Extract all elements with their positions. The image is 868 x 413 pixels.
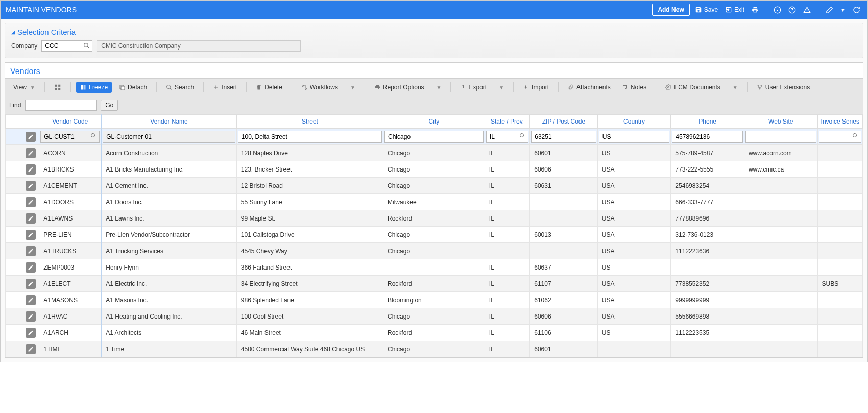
cell-phone bbox=[671, 341, 744, 357]
search-icon[interactable] bbox=[83, 42, 90, 49]
col-phone[interactable]: Phone bbox=[671, 115, 744, 129]
table-row[interactable]: A1DOORSA1 Doors Inc.55 Sunny LaneMilwauk… bbox=[6, 194, 863, 210]
insert-button[interactable]: Insert bbox=[209, 82, 241, 93]
sel-zip[interactable] bbox=[531, 131, 596, 143]
edit-row-icon[interactable] bbox=[26, 164, 36, 175]
table-row[interactable]: ACORNAcorn Construction128 Naples DriveC… bbox=[6, 145, 863, 161]
edit-row-icon[interactable] bbox=[26, 328, 36, 338]
table-row[interactable]: A1TRUCKSA1 Trucking Services4545 Chevy W… bbox=[6, 243, 863, 259]
sel-country[interactable] bbox=[599, 131, 670, 143]
report-options-button[interactable]: Report Options bbox=[370, 82, 428, 93]
search-icon[interactable] bbox=[90, 133, 97, 139]
cell-street: 4545 Chevy Way bbox=[236, 243, 383, 259]
freeze-button[interactable]: Freeze bbox=[76, 82, 112, 93]
selection-criteria-header[interactable]: ◢ Selection Criteria bbox=[11, 28, 857, 36]
sel-website[interactable] bbox=[745, 131, 816, 143]
sel-phone[interactable] bbox=[672, 131, 743, 143]
table-row[interactable]: PRE-LIENPre-Lien Vendor/Subcontractor101… bbox=[6, 227, 863, 243]
col-zip[interactable]: ZIP / Post Code bbox=[530, 115, 598, 129]
search-button[interactable]: Search bbox=[162, 82, 198, 93]
help-icon[interactable] bbox=[786, 6, 798, 14]
info-icon[interactable] bbox=[771, 6, 783, 14]
col-vendor-code[interactable]: Vendor Code bbox=[39, 115, 102, 129]
col-invoice-series[interactable]: Invoice Series bbox=[817, 115, 862, 129]
col-state[interactable]: State / Prov. bbox=[485, 115, 529, 129]
sel-street[interactable] bbox=[238, 131, 382, 143]
export-label: Export bbox=[469, 84, 487, 91]
exit-button[interactable]: Exit bbox=[723, 6, 746, 13]
detach-button[interactable]: Detach bbox=[115, 82, 151, 93]
workflows-button[interactable]: Workflows bbox=[297, 82, 342, 93]
cell-invoice-series bbox=[817, 259, 862, 276]
export-caret[interactable]: ▼ bbox=[494, 83, 508, 92]
table-row[interactable]: A1LAWNSA1 Lawns Inc.99 Maple St.Rockford… bbox=[6, 210, 863, 227]
cell-website bbox=[744, 259, 817, 276]
report-options-caret[interactable]: ▼ bbox=[431, 83, 446, 92]
warning-icon[interactable] bbox=[801, 6, 813, 14]
cell-vendor-code: A1MASONS bbox=[39, 292, 102, 308]
col-city[interactable]: City bbox=[383, 115, 485, 129]
svg-rect-16 bbox=[121, 86, 125, 90]
col-street[interactable]: Street bbox=[236, 115, 383, 129]
go-button[interactable]: Go bbox=[101, 100, 118, 111]
search-icon[interactable] bbox=[852, 133, 858, 139]
edit-row-icon[interactable] bbox=[26, 311, 36, 322]
cell-vendor-code: A1BRICKS bbox=[39, 161, 102, 178]
delete-button[interactable]: Delete bbox=[252, 82, 286, 93]
edit-row-icon[interactable] bbox=[26, 132, 36, 142]
col-country[interactable]: Country bbox=[597, 115, 671, 129]
edit-row-icon[interactable] bbox=[26, 279, 36, 289]
sel-city[interactable] bbox=[384, 131, 484, 143]
edit-mode-icon[interactable] bbox=[824, 6, 835, 14]
view-menu[interactable]: View▼ bbox=[9, 82, 39, 93]
import-button[interactable]: Import bbox=[519, 82, 553, 93]
edit-row-icon[interactable] bbox=[26, 197, 36, 207]
table-row[interactable]: ZEMP0003Henry Flynn366 Farland StreetIL6… bbox=[6, 259, 863, 276]
table-row[interactable]: A1BRICKSA1 Bricks Manufacturing Inc.123,… bbox=[6, 161, 863, 178]
exit-label: Exit bbox=[734, 6, 744, 13]
print-icon[interactable] bbox=[750, 6, 761, 13]
edit-row-icon[interactable] bbox=[26, 344, 36, 354]
cell-vendor-name: A1 Cement Inc. bbox=[101, 178, 236, 194]
table-row[interactable]: A1CEMENTA1 Cement Inc.12 Bristol RoadChi… bbox=[6, 178, 863, 194]
find-label: Find bbox=[9, 102, 21, 109]
cell-vendor-name: Henry Flynn bbox=[101, 259, 236, 276]
cell-state: IL bbox=[485, 276, 529, 292]
table-row[interactable]: A1MASONSA1 Masons Inc.986 Splended LaneB… bbox=[6, 292, 863, 308]
exit-icon bbox=[725, 6, 732, 13]
svg-point-27 bbox=[520, 133, 524, 137]
cell-vendor-code: PRE-LIEN bbox=[39, 227, 102, 243]
workflows-caret[interactable]: ▼ bbox=[345, 83, 359, 92]
edit-row-icon[interactable] bbox=[26, 213, 36, 224]
ecm-documents-button[interactable]: ECM Documents bbox=[661, 82, 725, 93]
edit-row-icon[interactable] bbox=[26, 295, 36, 305]
col-vendor-name[interactable]: Vendor Name bbox=[101, 115, 236, 129]
edit-row-icon[interactable] bbox=[26, 230, 36, 240]
cell-zip: 60601 bbox=[530, 145, 598, 161]
refresh-icon[interactable] bbox=[851, 6, 862, 14]
search-icon[interactable] bbox=[519, 133, 525, 139]
col-website[interactable]: Web Site bbox=[744, 115, 817, 129]
export-button[interactable]: Export bbox=[456, 82, 491, 93]
table-row-selected[interactable] bbox=[6, 129, 863, 145]
edit-row-icon[interactable] bbox=[26, 181, 36, 191]
table-row[interactable]: A1ARCHA1 Architects46 Main StreetRockfor… bbox=[6, 325, 863, 341]
table-row[interactable]: A1HVACA1 Heating and Cooling Inc.100 Coo… bbox=[6, 308, 863, 325]
cell-invoice-series bbox=[817, 341, 862, 357]
user-extensions-button[interactable]: User Extensions bbox=[753, 82, 814, 93]
edit-row-icon[interactable] bbox=[26, 246, 36, 256]
save-button[interactable]: Save bbox=[693, 6, 720, 13]
table-row[interactable]: A1ELECTA1 Electric Inc.34 Electrifying S… bbox=[6, 276, 863, 292]
find-input[interactable] bbox=[25, 100, 97, 111]
attachments-button[interactable]: Attachments bbox=[564, 82, 615, 93]
notes-button[interactable]: Notes bbox=[618, 82, 650, 93]
edit-row-icon[interactable] bbox=[26, 148, 36, 158]
cell-city: Rockford bbox=[383, 325, 485, 341]
dropdown-caret-icon[interactable]: ▼ bbox=[838, 7, 848, 13]
add-new-button[interactable]: Add New bbox=[652, 4, 689, 16]
ecm-documents-caret[interactable]: ▼ bbox=[728, 83, 742, 92]
sel-vendor-name[interactable] bbox=[103, 131, 235, 143]
format-icon[interactable] bbox=[50, 82, 65, 93]
edit-row-icon[interactable] bbox=[26, 262, 36, 273]
table-row[interactable]: 1TIME1 Time4500 Commercial Way Suite 468… bbox=[6, 341, 863, 357]
